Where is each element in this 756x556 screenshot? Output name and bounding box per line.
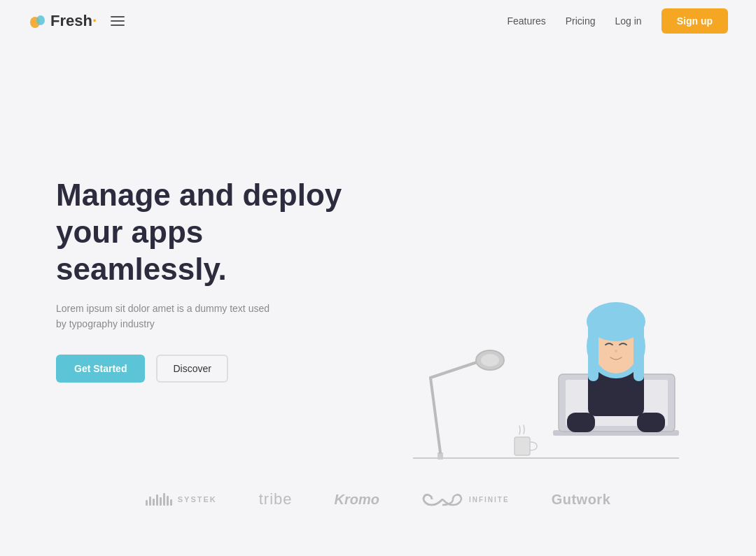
systek-logo: SYSTEK	[146, 493, 217, 506]
nav-features-link[interactable]: Features	[507, 15, 545, 27]
kromo-logo: Kromo	[335, 492, 379, 508]
hero-title: Manage and deploy your apps seamlessly.	[56, 177, 371, 287]
infinite-logo: INFINITE	[421, 490, 510, 509]
gutwork-logo: Gutwork	[552, 492, 611, 508]
tribe-logo: tribe	[259, 490, 293, 508]
hero-section: Manage and deploy your apps seamlessly. …	[0, 42, 756, 476]
desk-illustration	[371, 252, 707, 476]
svg-line-5	[430, 360, 483, 378]
logo-icon	[28, 11, 48, 31]
svg-rect-19	[567, 413, 595, 432]
logo: Fresh·	[28, 11, 97, 31]
nav-pricing-link[interactable]: Pricing	[566, 15, 596, 27]
hamburger-menu[interactable]	[108, 13, 127, 29]
logo-brand-text: Fresh·	[50, 12, 97, 30]
nav-right: Features Pricing Log in Sign up	[507, 8, 728, 34]
svg-line-4	[430, 378, 440, 452]
hero-subtitle: Lorem ipsum sit dolor amet is a dummy te…	[56, 301, 280, 332]
navbar: Fresh· Features Pricing Log in Sign up	[0, 0, 756, 42]
hero-illustration	[371, 84, 707, 476]
tribe-label: tribe	[259, 490, 293, 508]
svg-rect-20	[637, 413, 665, 432]
signup-button[interactable]: Sign up	[662, 8, 728, 34]
svg-rect-17	[634, 318, 644, 381]
svg-rect-8	[514, 437, 530, 455]
logos-section: SYSTEK tribe Kromo INFINITE Gutwork	[0, 476, 756, 523]
gutwork-label: Gutwork	[552, 492, 611, 508]
kromo-label: Kromo	[335, 492, 379, 508]
svg-point-18	[615, 350, 617, 352]
nav-login-link[interactable]: Log in	[615, 15, 642, 27]
infinite-icon	[421, 490, 463, 509]
hero-content: Manage and deploy your apps seamlessly. …	[56, 177, 371, 382]
discover-button[interactable]: Discover	[156, 355, 227, 383]
svg-point-7	[481, 354, 499, 366]
hero-buttons: Get Started Discover	[56, 355, 371, 383]
systek-label: SYSTEK	[178, 495, 217, 504]
nav-left: Fresh·	[28, 11, 127, 31]
svg-point-1	[36, 15, 45, 25]
get-started-button[interactable]: Get Started	[56, 355, 145, 383]
svg-rect-16	[588, 318, 598, 381]
systek-bars-icon	[146, 493, 172, 506]
infinite-label: INFINITE	[469, 496, 510, 504]
